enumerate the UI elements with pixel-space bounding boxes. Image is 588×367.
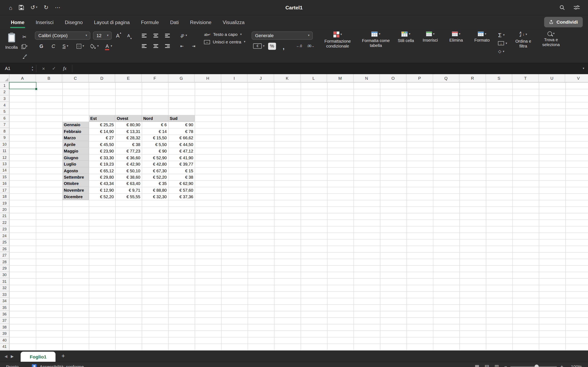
row-header-34[interactable]: 34	[0, 298, 9, 304]
settings-icon[interactable]	[574, 5, 580, 10]
cell-E7[interactable]: € 80,90	[115, 122, 142, 128]
find-select-button[interactable]: ▾ Trova e seleziona	[539, 31, 563, 47]
cell-F11[interactable]: € 90	[142, 148, 168, 154]
cell-E8[interactable]: € 13,31	[115, 128, 142, 134]
cell-F7[interactable]: € 6	[142, 122, 168, 128]
insert-cells-button[interactable]: ▾ Inserisci	[421, 31, 440, 43]
column-header-R[interactable]: R	[459, 74, 486, 82]
cell-F9[interactable]: € 15,50	[142, 134, 168, 141]
row-header-38[interactable]: 38	[0, 324, 9, 331]
column-header-D[interactable]: D	[89, 74, 115, 82]
cell-C8[interactable]: Febbraio	[62, 128, 89, 134]
page-layout-view-icon[interactable]: ▤	[484, 364, 489, 367]
more-commands-button[interactable]: ⋯	[55, 4, 61, 11]
row-header-5[interactable]: 5	[0, 108, 9, 115]
row-header-21[interactable]: 21	[0, 213, 9, 220]
column-header-C[interactable]: C	[62, 74, 89, 82]
cell-E16[interactable]: € 63,40	[115, 180, 142, 187]
zoom-level[interactable]: 100%	[568, 364, 582, 367]
cell-F10[interactable]: € 5,50	[142, 141, 168, 148]
decrease-font-button[interactable]: A▾	[125, 31, 134, 40]
cell-D17[interactable]: € 12,90	[89, 187, 115, 193]
prev-sheet-icon[interactable]: ◀	[0, 354, 11, 362]
cell-D10[interactable]: € 45,50	[89, 141, 115, 148]
row-header-4[interactable]: 4	[0, 102, 9, 108]
currency-format-button[interactable]: € ▾	[253, 42, 264, 50]
copy-button[interactable]: ▾	[20, 42, 29, 50]
cell-E14[interactable]: € 50,10	[115, 167, 142, 174]
column-header-E[interactable]: E	[115, 74, 142, 82]
search-icon[interactable]	[559, 5, 565, 10]
format-as-table-button[interactable]: ▾ Formatta come tabella	[361, 31, 391, 48]
cell-styles-button[interactable]: ▾ Stili cella	[398, 31, 414, 43]
cells-layer[interactable]: EstOvestNordSudGennaio€ 25,25€ 80,90€ 6€…	[9, 82, 588, 350]
name-box[interactable]: A1	[0, 63, 32, 74]
merge-center-button[interactable]: ↔ Unisci e centra ▾	[204, 40, 245, 44]
delete-cells-button[interactable]: ▾ Elimina	[446, 31, 466, 43]
column-header-V[interactable]: V	[565, 74, 588, 82]
confirm-entry-icon[interactable]: ✓	[52, 66, 56, 71]
redo-button[interactable]: ↻	[44, 4, 48, 11]
decrease-decimal-button[interactable]: .00→	[306, 42, 315, 50]
italic-button[interactable]: C	[49, 42, 57, 50]
cell-G10[interactable]: € 44,50	[168, 141, 195, 148]
number-format-select[interactable]: Generale▾	[252, 31, 313, 40]
row-header-10[interactable]: 10	[0, 141, 9, 148]
align-top-button[interactable]	[140, 31, 148, 40]
row-header-14[interactable]: 14	[0, 167, 9, 174]
cell-F6[interactable]: Nord	[142, 115, 168, 122]
cell-E15[interactable]: € 38,60	[115, 174, 142, 180]
cell-F14[interactable]: € 67,30	[142, 167, 168, 174]
row-header-23[interactable]: 23	[0, 226, 9, 233]
cell-E11[interactable]: € 77,23	[115, 148, 142, 154]
column-header-T[interactable]: T	[512, 74, 539, 82]
conditional-formatting-button[interactable]: ▾ Formattazione condizionale	[321, 31, 354, 49]
cell-F16[interactable]: € 35	[142, 180, 168, 187]
row-header-41[interactable]: 41	[0, 343, 9, 350]
cell-D11[interactable]: € 23,90	[89, 148, 115, 154]
row-header-40[interactable]: 40	[0, 337, 9, 343]
formula-input[interactable]	[72, 63, 583, 74]
column-header-O[interactable]: O	[380, 74, 406, 82]
cell-D6[interactable]: Est	[89, 115, 115, 122]
normal-view-icon[interactable]: ▦	[475, 364, 479, 367]
percent-format-button[interactable]: %	[268, 42, 276, 50]
cell-D18[interactable]: € 52,20	[89, 193, 115, 200]
row-header-17[interactable]: 17	[0, 187, 9, 193]
bold-button[interactable]: G	[37, 42, 45, 50]
row-header-11[interactable]: 11	[0, 148, 9, 154]
tab-disegno[interactable]: Disegno	[59, 15, 88, 29]
cell-C11[interactable]: Maggio	[62, 148, 89, 154]
cell-C13[interactable]: Luglio	[62, 161, 89, 167]
cell-F18[interactable]: € 32,30	[142, 193, 168, 200]
column-header-N[interactable]: N	[354, 74, 380, 82]
cell-C15[interactable]: Settembre	[62, 174, 89, 180]
row-header-16[interactable]: 16	[0, 180, 9, 187]
align-bottom-button[interactable]	[163, 31, 171, 40]
select-all-corner[interactable]	[0, 74, 9, 82]
cell-G8[interactable]: € 78	[168, 128, 195, 134]
row-header-19[interactable]: 19	[0, 200, 9, 207]
increase-indent-button[interactable]: ⇥	[190, 42, 198, 50]
cell-G15[interactable]: € 38	[168, 174, 195, 180]
row-header-2[interactable]: 2	[0, 89, 9, 95]
cell-E9[interactable]: € 28,32	[115, 134, 142, 141]
sheet-tab-foglio1[interactable]: Foglio1	[21, 352, 56, 362]
column-header-Q[interactable]: Q	[433, 74, 459, 82]
name-box-spinner[interactable]: ▴▾	[32, 63, 36, 74]
sort-filter-button[interactable]: AZ ↓ ▾ Ordina e filtra	[513, 31, 533, 49]
column-header-J[interactable]: J	[248, 74, 274, 82]
column-header-K[interactable]: K	[274, 74, 301, 82]
zoom-out-button[interactable]: −	[504, 364, 507, 367]
page-break-view-icon[interactable]: ▥	[494, 364, 499, 367]
cell-C7[interactable]: Gennaio	[62, 122, 89, 128]
add-sheet-icon[interactable]: +	[56, 353, 65, 362]
formula-bar-expand-icon[interactable]: ▾	[583, 63, 588, 74]
cell-D7[interactable]: € 25,25	[89, 122, 115, 128]
cell-D9[interactable]: € 27	[89, 134, 115, 141]
autosum-button[interactable]: Σ▾	[498, 32, 507, 38]
cell-E18[interactable]: € 55,55	[115, 193, 142, 200]
tab-revisione[interactable]: Revisione	[184, 15, 217, 29]
borders-button[interactable]: ▾	[76, 42, 84, 50]
row-header-18[interactable]: 18	[0, 193, 9, 200]
